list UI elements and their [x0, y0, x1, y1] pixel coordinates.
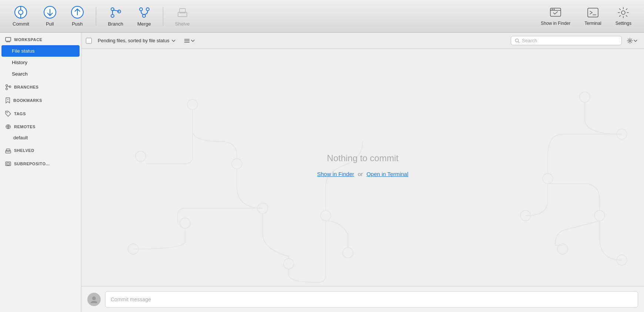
- svg-point-62: [92, 296, 96, 300]
- push-icon: [71, 6, 84, 19]
- branch-label: Branch: [108, 21, 123, 27]
- search-input[interactable]: [522, 38, 618, 43]
- subrepositories-icon: [5, 161, 11, 167]
- settings-label: Settings: [616, 21, 631, 26]
- svg-point-52: [284, 259, 294, 269]
- svg-point-61: [520, 210, 531, 221]
- branches-icon: [5, 84, 11, 90]
- branches-header[interactable]: BRANCHES: [0, 80, 81, 93]
- terminal-label: Terminal: [584, 21, 601, 26]
- subrepositories-label: SUBREPOSITО...: [14, 162, 50, 166]
- toolbar-separator-1: [96, 7, 96, 26]
- subrepositories-header[interactable]: SUBREPOSITО...: [0, 156, 81, 170]
- show-in-finder-button[interactable]: Show in Finder: [536, 4, 576, 29]
- remotes-icon: [5, 124, 11, 129]
- branches-label: BRANCHES: [14, 85, 38, 89]
- filter-button[interactable]: Pending files, sorted by file status: [95, 36, 178, 45]
- svg-point-54: [343, 248, 353, 258]
- push-button[interactable]: Push: [66, 3, 89, 30]
- commit-message-input[interactable]: [105, 291, 638, 308]
- svg-rect-39: [7, 163, 10, 165]
- sidebar-item-search[interactable]: Search: [1, 68, 80, 80]
- bookmarks-header[interactable]: BOOKMARKS: [0, 93, 81, 106]
- svg-point-45: [629, 40, 631, 42]
- avatar: [87, 293, 101, 306]
- terminal-icon: [587, 7, 599, 19]
- svg-point-47: [135, 151, 146, 162]
- svg-point-48: [232, 159, 242, 169]
- svg-point-33: [7, 112, 8, 113]
- settings-chevron-icon: [634, 40, 637, 42]
- filter-label: Pending files, sorted by file status: [98, 38, 170, 43]
- shelve-icon: [176, 6, 189, 19]
- branches-section: BRANCHES: [0, 80, 81, 93]
- search-icon: [515, 38, 520, 43]
- merge-icon: [137, 6, 151, 19]
- sidebar-item-history[interactable]: History: [1, 57, 80, 68]
- bookmarks-section: BOOKMARKS: [0, 93, 81, 106]
- or-separator: or: [358, 171, 363, 177]
- merge-label: Merge: [137, 21, 151, 27]
- tags-header[interactable]: TAGS: [0, 106, 81, 120]
- svg-rect-21: [588, 8, 598, 17]
- avatar-icon: [90, 295, 98, 304]
- workspace-section: WORKSPACE File status History Search: [0, 33, 81, 80]
- pull-icon: [43, 6, 57, 19]
- workspace-label: WORKSPACE: [14, 37, 42, 42]
- main-layout: WORKSPACE File status History Search: [0, 33, 644, 312]
- svg-point-23: [621, 11, 625, 14]
- svg-point-59: [617, 255, 627, 265]
- svg-point-13: [146, 8, 149, 11]
- svg-point-46: [187, 99, 198, 110]
- svg-line-44: [518, 42, 519, 43]
- list-view-button[interactable]: [181, 36, 197, 45]
- shelved-header[interactable]: SHELVED: [0, 143, 81, 156]
- svg-point-53: [321, 210, 331, 221]
- terminal-button[interactable]: Terminal: [579, 4, 606, 29]
- sidebar-item-file-status[interactable]: File status: [1, 45, 80, 57]
- svg-point-19: [552, 9, 553, 10]
- workspace-header[interactable]: WORKSPACE: [0, 33, 81, 45]
- content-settings-button[interactable]: [625, 36, 640, 45]
- pull-button[interactable]: Pull: [38, 3, 62, 30]
- file-status-label: File status: [12, 48, 35, 54]
- shelve-button[interactable]: Shelve: [170, 3, 195, 30]
- action-links: Show in Finder or Open in Terminal: [317, 171, 409, 177]
- settings-icon: [617, 7, 629, 19]
- open-in-terminal-link[interactable]: Open in Terminal: [366, 171, 408, 177]
- list-chevron-icon: [191, 40, 195, 42]
- svg-point-50: [180, 218, 190, 228]
- commit-bar: [81, 286, 644, 312]
- shelved-label: SHELVED: [14, 148, 34, 153]
- shelved-icon: [5, 147, 11, 153]
- svg-point-57: [543, 173, 553, 184]
- commit-label: Commit: [13, 21, 29, 27]
- svg-rect-24: [6, 37, 11, 41]
- bookmarks-icon: [5, 97, 10, 103]
- tags-section: TAGS: [0, 106, 81, 120]
- toolbar-separator-2: [163, 7, 163, 26]
- select-all-checkbox[interactable]: [86, 38, 92, 44]
- remotes-header[interactable]: REMOTES: [0, 120, 81, 132]
- content-gear-icon: [627, 38, 633, 44]
- settings-button[interactable]: Settings: [610, 4, 637, 29]
- shelve-label: Shelve: [175, 21, 190, 27]
- default-remote-label: default: [13, 135, 28, 140]
- sidebar-item-default-remote[interactable]: default: [0, 132, 81, 143]
- remotes-section: REMOTES default: [0, 120, 81, 143]
- show-in-finder-label: Show in Finder: [541, 21, 570, 26]
- tags-icon: [5, 111, 11, 117]
- svg-point-12: [140, 8, 142, 11]
- svg-point-49: [258, 203, 268, 213]
- empty-message: Nothing to commit: [327, 153, 398, 163]
- show-in-finder-link[interactable]: Show in Finder: [317, 171, 354, 177]
- branch-button[interactable]: Branch: [103, 3, 128, 30]
- svg-point-58: [594, 210, 605, 221]
- center-message: Nothing to commit Show in Finder or Open…: [317, 153, 409, 177]
- bookmarks-label: BOOKMARKS: [13, 98, 42, 103]
- merge-button[interactable]: Merge: [132, 3, 156, 30]
- svg-point-51: [128, 244, 138, 254]
- commit-button[interactable]: Commit: [7, 3, 34, 30]
- pull-label: Pull: [46, 21, 54, 27]
- sidebar: WORKSPACE File status History Search: [0, 33, 81, 312]
